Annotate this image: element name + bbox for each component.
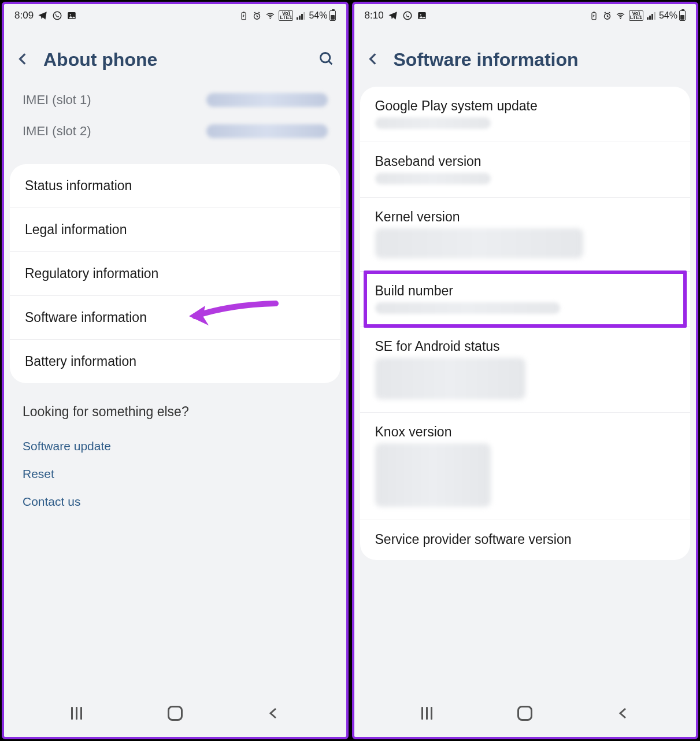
list-item-regulatory-information[interactable]: Regulatory information <box>10 252 340 296</box>
imei-slot1-value-redacted <box>206 93 328 107</box>
about-list-card: Status information Legal information Reg… <box>10 164 340 383</box>
imei-slot2-row[interactable]: IMEI (slot 2) <box>23 116 328 147</box>
battery-indicator: 54% <box>309 10 335 21</box>
item-label: SE for Android status <box>375 339 676 354</box>
imei-slot2-label: IMEI (slot 2) <box>23 124 91 139</box>
imei-slot1-label: IMEI (slot 1) <box>23 92 91 108</box>
item-value-redacted <box>375 302 560 314</box>
left-screenshot: 8:09 Vo)LTE1 54% About phone IMEI (s <box>2 2 349 739</box>
item-label: Knox version <box>375 424 676 440</box>
status-bar: 8:10 Vo)LTE1 54% <box>354 4 697 25</box>
list-item-status-information[interactable]: Status information <box>10 164 340 208</box>
search-button[interactable] <box>318 51 335 69</box>
nav-home-button[interactable] <box>168 706 183 721</box>
list-item-build-number[interactable]: Build number <box>360 272 691 327</box>
svg-point-10 <box>420 14 421 15</box>
back-button[interactable] <box>366 51 381 69</box>
clock: 8:09 <box>14 10 34 21</box>
wifi-icon <box>616 11 625 21</box>
right-screenshot: 8:10 Vo)LTE1 54% Software information Go… <box>352 2 699 739</box>
svg-point-7 <box>320 53 329 62</box>
annotation-highlight-box <box>364 271 687 328</box>
status-bar: 8:09 Vo)LTE1 54% <box>4 4 346 25</box>
nav-recents-button[interactable] <box>418 705 435 722</box>
nav-back-button[interactable] <box>265 705 282 722</box>
software-information-label: Software information <box>25 310 147 325</box>
imei-slot1-row[interactable]: IMEI (slot 1) <box>23 84 328 116</box>
imei-section: IMEI (slot 1) IMEI (slot 2) <box>4 84 346 160</box>
item-label: Baseband version <box>375 154 676 169</box>
link-software-update[interactable]: Software update <box>23 432 328 460</box>
nav-recents-button[interactable] <box>68 705 86 722</box>
page-title: Software information <box>394 49 685 71</box>
list-item-knox-version[interactable]: Knox version <box>360 413 691 520</box>
whatsapp-icon <box>52 10 62 21</box>
header: About phone <box>4 25 346 84</box>
link-reset[interactable]: Reset <box>23 460 328 488</box>
telegram-icon <box>38 10 48 21</box>
link-contact-us[interactable]: Contact us <box>23 488 328 516</box>
item-label: Kernel version <box>375 209 676 225</box>
item-value-redacted <box>375 173 491 184</box>
svg-rect-4 <box>243 12 245 12</box>
item-label: Google Play system update <box>375 98 676 114</box>
clock: 8:10 <box>365 10 384 21</box>
item-label: Service provider software version <box>375 532 676 547</box>
list-item-google-play-update[interactable]: Google Play system update <box>360 87 691 142</box>
battery-saver-icon <box>239 11 249 21</box>
list-item-software-information[interactable]: Software information <box>10 296 340 340</box>
nav-bar <box>4 691 346 737</box>
list-item-kernel-version[interactable]: Kernel version <box>360 198 691 272</box>
software-info-card: Google Play system update Baseband versi… <box>360 87 691 560</box>
svg-point-6 <box>270 17 271 18</box>
back-button[interactable] <box>16 51 31 69</box>
imei-slot2-value-redacted <box>206 124 328 138</box>
signal-icon <box>297 12 305 20</box>
svg-point-8 <box>403 12 412 20</box>
signal-icon <box>647 12 655 20</box>
list-item-battery-information[interactable]: Battery information <box>10 340 340 383</box>
header: Software information <box>354 25 697 84</box>
volte-icon: Vo)LTE1 <box>629 10 643 21</box>
image-icon <box>66 10 77 21</box>
battery-indicator: 54% <box>659 10 686 21</box>
looking-heading: Looking for something else? <box>23 404 328 420</box>
list-item-legal-information[interactable]: Legal information <box>10 208 340 252</box>
svg-point-0 <box>53 12 61 20</box>
telegram-icon <box>388 10 398 21</box>
item-value-redacted <box>375 117 491 129</box>
nav-bar <box>354 691 697 737</box>
item-label: Build number <box>375 283 676 299</box>
svg-point-14 <box>620 17 621 18</box>
volte-icon: Vo)LTE1 <box>279 10 293 21</box>
svg-rect-12 <box>593 12 595 12</box>
item-value-redacted <box>375 358 525 399</box>
alarm-icon <box>252 11 262 21</box>
list-item-se-android-status[interactable]: SE for Android status <box>360 327 691 413</box>
item-value-redacted <box>375 228 583 258</box>
svg-point-2 <box>70 14 71 15</box>
battery-saver-icon <box>589 11 599 21</box>
item-value-redacted <box>375 443 491 507</box>
nav-home-button[interactable] <box>517 706 532 721</box>
image-icon <box>417 10 427 21</box>
list-item-service-provider-version[interactable]: Service provider software version <box>360 520 691 560</box>
wifi-icon <box>265 11 275 21</box>
annotation-arrow <box>183 299 282 337</box>
nav-back-button[interactable] <box>614 705 632 722</box>
page-title: About phone <box>43 49 306 71</box>
whatsapp-icon <box>402 10 413 21</box>
list-item-baseband-version[interactable]: Baseband version <box>360 142 691 198</box>
alarm-icon <box>602 11 612 21</box>
looking-for-section: Looking for something else? Software upd… <box>4 388 346 527</box>
